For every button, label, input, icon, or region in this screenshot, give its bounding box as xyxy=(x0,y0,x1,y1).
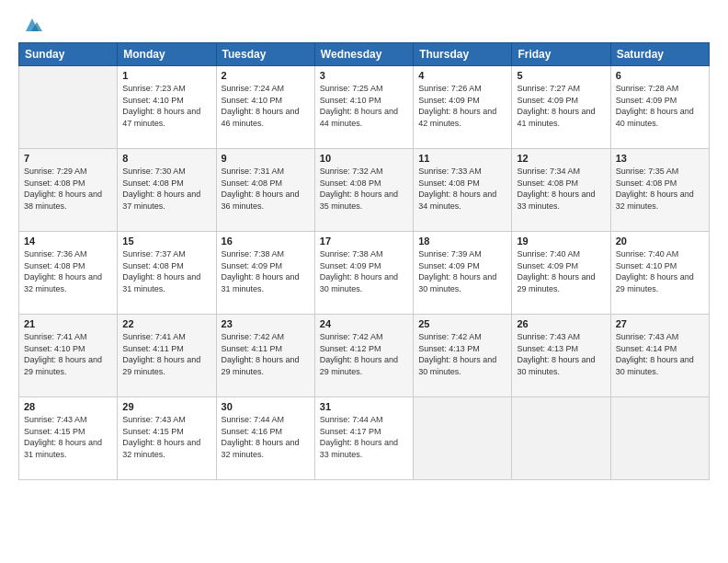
weekday-header-row: SundayMondayTuesdayWednesdayThursdayFrid… xyxy=(19,43,710,66)
day-number: 19 xyxy=(517,236,605,247)
cell-content: Sunrise: 7:43 AMSunset: 4:15 PMDaylight:… xyxy=(24,414,112,460)
day-cell: 30Sunrise: 7:44 AMSunset: 4:16 PMDayligh… xyxy=(216,397,314,480)
day-cell: 6Sunrise: 7:28 AMSunset: 4:09 PMDaylight… xyxy=(610,66,709,149)
cell-content: Sunrise: 7:31 AMSunset: 4:08 PMDaylight:… xyxy=(222,166,310,212)
cell-content: Sunrise: 7:43 AMSunset: 4:14 PMDaylight:… xyxy=(616,331,704,377)
day-cell: 23Sunrise: 7:42 AMSunset: 4:11 PMDayligh… xyxy=(216,315,314,397)
day-cell: 22Sunrise: 7:41 AMSunset: 4:11 PMDayligh… xyxy=(118,315,216,397)
day-cell: 24Sunrise: 7:42 AMSunset: 4:12 PMDayligh… xyxy=(314,315,413,397)
cell-content: Sunrise: 7:34 AMSunset: 4:08 PMDaylight:… xyxy=(517,166,605,212)
day-number: 6 xyxy=(616,70,704,81)
day-cell: 8Sunrise: 7:30 AMSunset: 4:08 PMDaylight… xyxy=(118,149,216,232)
day-number: 21 xyxy=(24,318,112,329)
day-cell: 19Sunrise: 7:40 AMSunset: 4:09 PMDayligh… xyxy=(512,232,610,315)
logo-icon xyxy=(22,15,42,35)
cell-content: Sunrise: 7:40 AMSunset: 4:10 PMDaylight:… xyxy=(616,248,704,294)
cell-content: Sunrise: 7:35 AMSunset: 4:08 PMDaylight:… xyxy=(616,166,704,212)
day-cell: 15Sunrise: 7:37 AMSunset: 4:08 PMDayligh… xyxy=(118,232,216,315)
day-cell: 29Sunrise: 7:43 AMSunset: 4:15 PMDayligh… xyxy=(118,397,216,480)
day-number: 3 xyxy=(320,70,408,81)
day-cell: 7Sunrise: 7:29 AMSunset: 4:08 PMDaylight… xyxy=(19,149,118,232)
day-cell: 28Sunrise: 7:43 AMSunset: 4:15 PMDayligh… xyxy=(19,397,118,480)
day-cell xyxy=(414,397,512,480)
day-number: 7 xyxy=(24,153,112,164)
cell-content: Sunrise: 7:32 AMSunset: 4:08 PMDaylight:… xyxy=(320,166,408,212)
week-row-3: 14Sunrise: 7:36 AMSunset: 4:08 PMDayligh… xyxy=(19,232,710,315)
day-cell: 4Sunrise: 7:26 AMSunset: 4:09 PMDaylight… xyxy=(414,66,512,149)
day-number: 24 xyxy=(320,318,408,329)
weekday-header-monday: Monday xyxy=(118,43,216,66)
cell-content: Sunrise: 7:24 AMSunset: 4:10 PMDaylight:… xyxy=(222,83,310,129)
day-cell: 13Sunrise: 7:35 AMSunset: 4:08 PMDayligh… xyxy=(610,149,709,232)
cell-content: Sunrise: 7:25 AMSunset: 4:10 PMDaylight:… xyxy=(320,83,408,129)
cell-content: Sunrise: 7:30 AMSunset: 4:08 PMDaylight:… xyxy=(122,166,210,212)
day-cell: 3Sunrise: 7:25 AMSunset: 4:10 PMDaylight… xyxy=(314,66,413,149)
day-number: 2 xyxy=(222,70,310,81)
day-cell xyxy=(610,397,709,480)
header xyxy=(18,17,710,35)
day-cell: 12Sunrise: 7:34 AMSunset: 4:08 PMDayligh… xyxy=(512,149,610,232)
cell-content: Sunrise: 7:38 AMSunset: 4:09 PMDaylight:… xyxy=(320,248,408,294)
cell-content: Sunrise: 7:42 AMSunset: 4:12 PMDaylight:… xyxy=(320,331,408,377)
week-row-1: 1Sunrise: 7:23 AMSunset: 4:10 PMDaylight… xyxy=(19,66,710,149)
day-cell: 17Sunrise: 7:38 AMSunset: 4:09 PMDayligh… xyxy=(314,232,413,315)
day-number: 10 xyxy=(320,153,408,164)
day-cell: 9Sunrise: 7:31 AMSunset: 4:08 PMDaylight… xyxy=(216,149,314,232)
day-number: 20 xyxy=(616,236,704,247)
cell-content: Sunrise: 7:36 AMSunset: 4:08 PMDaylight:… xyxy=(24,248,112,294)
week-row-4: 21Sunrise: 7:41 AMSunset: 4:10 PMDayligh… xyxy=(19,315,710,397)
day-cell: 5Sunrise: 7:27 AMSunset: 4:09 PMDaylight… xyxy=(512,66,610,149)
weekday-header-friday: Friday xyxy=(512,43,610,66)
day-number: 29 xyxy=(122,401,210,412)
page: SundayMondayTuesdayWednesdayThursdayFrid… xyxy=(0,0,728,563)
day-number: 25 xyxy=(418,318,506,329)
cell-content: Sunrise: 7:42 AMSunset: 4:11 PMDaylight:… xyxy=(222,331,310,377)
day-cell: 2Sunrise: 7:24 AMSunset: 4:10 PMDaylight… xyxy=(216,66,314,149)
day-cell xyxy=(512,397,610,480)
cell-content: Sunrise: 7:41 AMSunset: 4:11 PMDaylight:… xyxy=(122,331,210,377)
day-number: 31 xyxy=(320,401,408,412)
day-number: 16 xyxy=(222,236,310,247)
day-cell: 16Sunrise: 7:38 AMSunset: 4:09 PMDayligh… xyxy=(216,232,314,315)
day-number: 22 xyxy=(122,318,210,329)
day-cell: 31Sunrise: 7:44 AMSunset: 4:17 PMDayligh… xyxy=(314,397,413,480)
day-cell: 11Sunrise: 7:33 AMSunset: 4:08 PMDayligh… xyxy=(414,149,512,232)
cell-content: Sunrise: 7:43 AMSunset: 4:13 PMDaylight:… xyxy=(517,331,605,377)
day-cell: 25Sunrise: 7:42 AMSunset: 4:13 PMDayligh… xyxy=(414,315,512,397)
day-cell: 27Sunrise: 7:43 AMSunset: 4:14 PMDayligh… xyxy=(610,315,709,397)
logo xyxy=(18,17,42,35)
day-number: 8 xyxy=(122,153,210,164)
day-number: 13 xyxy=(616,153,704,164)
weekday-header-sunday: Sunday xyxy=(19,43,118,66)
weekday-header-saturday: Saturday xyxy=(610,43,709,66)
cell-content: Sunrise: 7:39 AMSunset: 4:09 PMDaylight:… xyxy=(418,248,506,294)
cell-content: Sunrise: 7:42 AMSunset: 4:13 PMDaylight:… xyxy=(418,331,506,377)
day-number: 30 xyxy=(222,401,310,412)
cell-content: Sunrise: 7:43 AMSunset: 4:15 PMDaylight:… xyxy=(122,414,210,460)
weekday-header-thursday: Thursday xyxy=(414,43,512,66)
calendar-table: SundayMondayTuesdayWednesdayThursdayFrid… xyxy=(18,42,710,480)
week-row-5: 28Sunrise: 7:43 AMSunset: 4:15 PMDayligh… xyxy=(19,397,710,480)
day-number: 4 xyxy=(418,70,506,81)
day-number: 5 xyxy=(517,70,605,81)
cell-content: Sunrise: 7:27 AMSunset: 4:09 PMDaylight:… xyxy=(517,83,605,129)
cell-content: Sunrise: 7:44 AMSunset: 4:16 PMDaylight:… xyxy=(222,414,310,460)
day-number: 26 xyxy=(517,318,605,329)
day-number: 28 xyxy=(24,401,112,412)
day-cell: 21Sunrise: 7:41 AMSunset: 4:10 PMDayligh… xyxy=(19,315,118,397)
cell-content: Sunrise: 7:28 AMSunset: 4:09 PMDaylight:… xyxy=(616,83,704,129)
day-number: 12 xyxy=(517,153,605,164)
day-number: 11 xyxy=(418,153,506,164)
cell-content: Sunrise: 7:23 AMSunset: 4:10 PMDaylight:… xyxy=(122,83,210,129)
day-cell: 1Sunrise: 7:23 AMSunset: 4:10 PMDaylight… xyxy=(118,66,216,149)
weekday-header-wednesday: Wednesday xyxy=(314,43,413,66)
day-number: 15 xyxy=(122,236,210,247)
weekday-header-tuesday: Tuesday xyxy=(216,43,314,66)
cell-content: Sunrise: 7:41 AMSunset: 4:10 PMDaylight:… xyxy=(24,331,112,377)
day-number: 9 xyxy=(222,153,310,164)
cell-content: Sunrise: 7:33 AMSunset: 4:08 PMDaylight:… xyxy=(418,166,506,212)
cell-content: Sunrise: 7:29 AMSunset: 4:08 PMDaylight:… xyxy=(24,166,112,212)
day-cell: 10Sunrise: 7:32 AMSunset: 4:08 PMDayligh… xyxy=(314,149,413,232)
cell-content: Sunrise: 7:26 AMSunset: 4:09 PMDaylight:… xyxy=(418,83,506,129)
day-cell: 26Sunrise: 7:43 AMSunset: 4:13 PMDayligh… xyxy=(512,315,610,397)
